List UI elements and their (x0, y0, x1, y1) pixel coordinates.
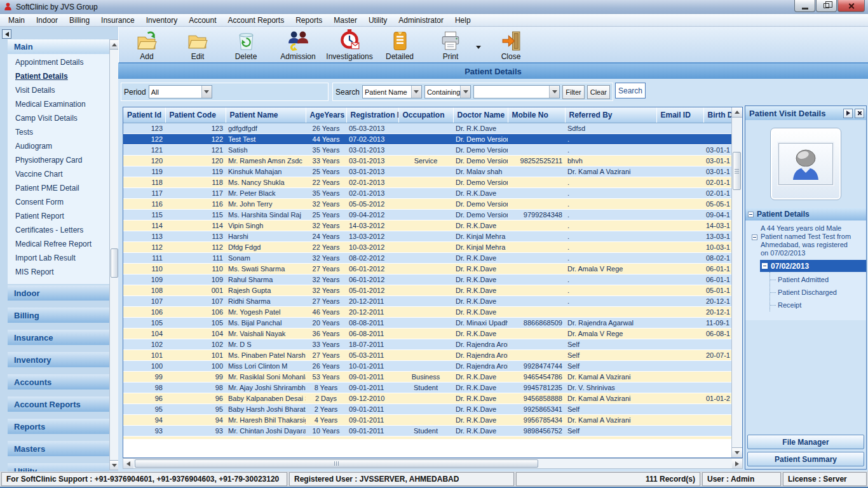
patient-row-105[interactable]: 105105Ms. Bijal Panchal20 Years08-08-201… (123, 317, 731, 328)
patient-row-121[interactable]: 121121Satish35 Years03-01-2013Dr. Demo V… (123, 144, 731, 155)
patient-row-98[interactable]: 9898Mr. Ajay Joshi Shrirambhai8 Years09-… (123, 382, 731, 393)
sidebar-section-accounts[interactable]: Accounts (8, 374, 109, 390)
sidebar-item-physiotherapy-card[interactable]: Physiotherapy Card (8, 153, 109, 167)
sidebar-item-medical-refree-report[interactable]: Medical Refree Report (8, 237, 109, 251)
delete-button[interactable]: Delete (227, 29, 265, 61)
menu-billing[interactable]: Billing (64, 15, 95, 26)
sidebar-section-reports[interactable]: Reports (8, 419, 109, 434)
table-scroll-up-button[interactable] (732, 107, 742, 118)
patient-row-109[interactable]: 109109Rahul Sharma32 Years06-01-2012Dr. … (123, 274, 731, 285)
patient-summary-button[interactable]: Patient Summary (747, 452, 864, 466)
detailed-button[interactable]: Detailed (379, 29, 420, 61)
dropdown-arrow-icon[interactable] (201, 86, 212, 98)
column-header-email-id[interactable]: Email ID (656, 107, 703, 123)
sidebar-scroll-up-button[interactable] (110, 40, 119, 50)
menu-master[interactable]: Master (328, 15, 363, 26)
tree-item-patient-admitted[interactable]: Patient Admitted (770, 273, 866, 286)
patient-row-116[interactable]: 116116Mr. John Terry32 Years05-05-2012Dr… (123, 198, 731, 209)
sidebar-section-main[interactable]: Main (8, 39, 109, 54)
column-header-ageyears[interactable]: AgeYears (306, 107, 346, 123)
menu-account-reports[interactable]: Account Reports (222, 15, 290, 26)
column-header-referred-by[interactable]: Referred By (565, 107, 656, 123)
sidebar-section-indoor[interactable]: Indoor (8, 285, 109, 301)
column-header-doctor-name[interactable]: Doctor Name (453, 107, 508, 123)
column-header-patient-name[interactable]: Patient Name (226, 107, 306, 123)
patient-row-113[interactable]: 113113Harshi24 Years13-03-2012Dr. Kinjal… (123, 231, 731, 241)
patient-row-95[interactable]: 9595Baby Harsh Joshi Bharatbh2 Years09-0… (123, 403, 731, 414)
filter-button[interactable]: Filter (562, 85, 584, 99)
menu-administrator[interactable]: Administrator (393, 15, 449, 26)
table-vertical-scrollbar[interactable] (731, 107, 742, 458)
search-value-combo[interactable] (473, 85, 560, 98)
sidebar-item-mis-report[interactable]: MIS Report (8, 265, 109, 279)
column-header-registration-d[interactable]: Registration D (346, 107, 398, 123)
menu-utility[interactable]: Utility (363, 15, 393, 26)
sidebar-item-patient-report[interactable]: Patient Report (8, 209, 109, 223)
patient-row-118[interactable]: 118118Ms. Nancy Shukla22 Years02-01-2013… (123, 177, 731, 187)
patient-photo-frame[interactable] (770, 128, 841, 200)
tree-item-receipt[interactable]: Receipt (770, 299, 866, 311)
table-hscroll-thumb[interactable] (135, 459, 538, 468)
add-button[interactable]: Add (128, 29, 166, 61)
sidebar-item-consent-form[interactable]: Consent Form (8, 195, 109, 209)
minus-box-icon[interactable] (752, 234, 757, 240)
patient-row-111[interactable]: 111111Sonam32 Years08-02-2012Dr. R.K.Dav… (123, 252, 731, 263)
sidebar-item-certificates-letters[interactable]: Certificates - Letters (8, 223, 109, 237)
sidebar-item-camp-visit-details[interactable]: Camp Visit Details (8, 111, 109, 125)
patient-row-99[interactable]: 9999Mr. Rasiklal Soni Mohanlal53 Years09… (123, 371, 731, 382)
sidebar-scroll-thumb[interactable] (111, 248, 118, 278)
clear-button[interactable]: Clear (587, 85, 610, 99)
search-operator-select[interactable]: Containing (424, 85, 471, 98)
column-header-patient-id[interactable]: Patient Id (123, 107, 165, 123)
sidebar-item-patient-details[interactable]: Patient Details (8, 69, 109, 83)
patient-row-93[interactable]: 9393Mr. Chintan Joshi Dayaram10 Years09-… (123, 425, 731, 436)
patient-row-110[interactable]: 110110Ms. Swati Sharma27 Years06-01-2012… (123, 263, 731, 274)
tree-date-node-selected[interactable]: 07/02/2013 (760, 260, 866, 272)
sidebar-item-patient-pme-detail[interactable]: Patient PME Detail (8, 181, 109, 195)
patient-row-114[interactable]: 114114Vipin Singh32 Years14-03-2012Dr. R… (123, 220, 731, 231)
panel-expand-button[interactable] (843, 109, 853, 118)
column-header-birth-d[interactable]: Birth D (703, 107, 731, 123)
search-field-select[interactable]: Patient Name (362, 85, 422, 98)
patient-row-106[interactable]: 106106Mr. Yogesh Patel46 Years20-12-2011… (123, 306, 731, 317)
dropdown-arrow-icon[interactable] (411, 86, 421, 98)
patient-row-107[interactable]: 107107Ridhi Sharma27 Years20-12-2011Dr. … (123, 295, 731, 306)
dropdown-arrow-icon[interactable] (549, 86, 559, 98)
patient-row-123[interactable]: 123123gdfgdfgdf26 Years05-03-2013Dr. R.K… (123, 123, 731, 133)
menu-inventory[interactable]: Inventory (140, 15, 183, 26)
sidebar-section-account-reports[interactable]: Account Reports (8, 396, 109, 412)
edit-button[interactable]: Edit (179, 29, 217, 61)
patient-row-122[interactable]: 122122Test Test44 Years07-02-2013Dr. Dem… (123, 133, 731, 144)
period-select[interactable]: All (149, 85, 212, 98)
close-window-button[interactable] (837, 0, 865, 12)
menu-help[interactable]: Help (449, 15, 477, 26)
sidebar-item-import-lab-result[interactable]: Import Lab Result (8, 251, 109, 265)
tree-root-node[interactable]: Patient Details (745, 208, 866, 220)
minimize-button[interactable] (794, 0, 815, 12)
print-button[interactable]: Print (430, 29, 471, 61)
patient-row-108[interactable]: 108001Rajesh Gupta32 Years05-01-2012Dr. … (123, 285, 731, 295)
menu-reports[interactable]: Reports (290, 15, 328, 26)
sidebar-item-medical-examination[interactable]: Medical Examination (8, 97, 109, 111)
dropdown-arrow-icon[interactable] (460, 86, 470, 98)
patient-row-101[interactable]: 101101Ms. Pinaben Patel Narshibl27 Years… (123, 349, 731, 360)
patient-row-94[interactable]: 9494Mr. Haresh Bhil Thakarsigh4 Years09-… (123, 414, 731, 425)
tree-description-node[interactable]: A 44 Years years old Male Patient named … (745, 220, 866, 260)
minus-box-icon[interactable] (748, 212, 754, 217)
print-dropdown-button[interactable] (476, 46, 481, 49)
sidebar-section-insurance[interactable]: Insurance (8, 330, 109, 345)
sidebar-scroll-down-button[interactable] (110, 460, 119, 470)
patient-row-115[interactable]: 115115Ms. Harshita Sindal Raj25 Years09-… (123, 209, 731, 220)
column-header-patient-code[interactable]: Patient Code (165, 107, 226, 123)
table-scroll-left-button[interactable] (123, 459, 133, 468)
sidebar-section-inventory[interactable]: Inventory (8, 352, 109, 367)
search-button[interactable]: Search (615, 83, 646, 98)
sidebar-section-masters[interactable]: Masters (8, 441, 109, 456)
sidebar-item-visit-details[interactable]: Visit Details (8, 83, 109, 97)
sidebar-section-billing[interactable]: Billing (8, 308, 109, 323)
column-header-mobile-no[interactable]: Mobile No (508, 107, 565, 123)
minus-box-icon[interactable] (762, 263, 768, 269)
column-header-occupation[interactable]: Occupation (398, 107, 453, 123)
table-horizontal-scrollbar[interactable] (123, 458, 743, 469)
table-scroll-down-button[interactable] (732, 447, 742, 458)
